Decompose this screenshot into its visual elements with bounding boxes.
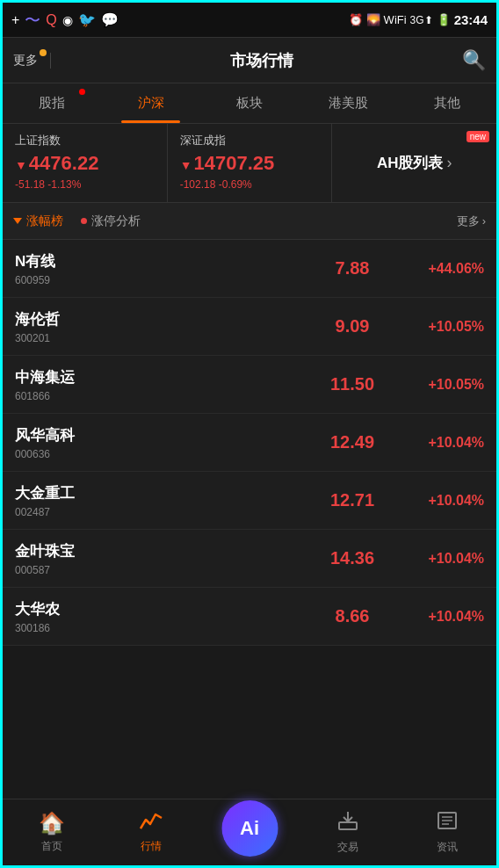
stock-code-1: 300201 (15, 332, 308, 344)
more-button[interactable]: 更多 (13, 53, 51, 69)
tab-qita-label: 其他 (434, 95, 460, 112)
index-change-shenzhen: -102.18 -0.69% (180, 178, 320, 191)
tab-hushen[interactable]: 沪深 (101, 83, 199, 123)
stock-price-4: 12.71 (308, 490, 396, 510)
index-card-shangzheng[interactable]: 上证指数 ▼4476.22 -51.18 -1.13% (3, 124, 168, 202)
notification-dot (40, 49, 47, 56)
stock-row[interactable]: 大华农 300186 8.66 +10.04% (3, 588, 496, 646)
ai-label: Ai (240, 817, 259, 840)
stock-name-0: N有线 (15, 251, 308, 271)
more-link[interactable]: 更多 › (457, 213, 486, 229)
tab-gangmeigu-label: 港美股 (329, 95, 368, 112)
bottom-nav: 🏠 首页 行情 自选 交易 (3, 799, 496, 865)
stock-info-3: 风华高科 000636 (15, 425, 308, 460)
stock-price-1: 9.09 (308, 316, 396, 336)
status-right-icons: ⏰ 🌄 WiFi 3G⬆ 🔋 23:44 (349, 12, 488, 27)
zhangtingfenxi-label: 涨停分析 (91, 213, 141, 229)
index-card-shenzhen[interactable]: 深证成指 ▼14707.25 -102.18 -0.69% (168, 124, 333, 202)
zhangtingfenxi-tab[interactable]: 涨停分析 (81, 213, 141, 229)
stock-change-1: +10.05% (396, 319, 484, 335)
zhangfubang-tab[interactable]: 涨幅榜 (13, 213, 63, 229)
page-title: 市场行情 (61, 50, 462, 71)
nav-news[interactable]: 资讯 (398, 799, 496, 865)
status-left-icons: + 〜 Q ◉ 🐦 💬 (11, 10, 119, 31)
stock-change-6: +10.04% (396, 609, 484, 625)
status-time: 23:44 (454, 12, 488, 27)
nav-home[interactable]: 🏠 首页 (3, 799, 101, 865)
stock-row[interactable]: 大金重工 002487 12.71 +10.04% (3, 472, 496, 530)
mountain-icon: 🌄 (366, 13, 380, 26)
arrow-down-icon2: ▼ (180, 158, 192, 172)
triangle-icon (13, 218, 22, 224)
market-icon (140, 811, 163, 835)
stock-name-6: 大华农 (15, 599, 308, 619)
index-change-shangzheng: -51.18 -1.13% (15, 178, 155, 191)
stock-change-3: +10.04% (396, 435, 484, 451)
ai-circle[interactable]: Ai (221, 800, 278, 857)
stock-info-2: 中海集运 601866 (15, 367, 308, 402)
chevron-right-icon: › (446, 154, 452, 172)
stock-price-3: 12.49 (308, 432, 396, 452)
stock-price-0: 7.88 (308, 258, 396, 278)
home-icon: 🏠 (39, 811, 65, 835)
more-label: 更多 (13, 53, 38, 67)
section-header: 涨幅榜 涨停分析 更多 › (3, 203, 496, 240)
stock-code-2: 601866 (15, 390, 308, 402)
nav-market-label: 行情 (141, 839, 162, 854)
stock-name-3: 风华高科 (15, 425, 308, 445)
dot2-icon (81, 218, 87, 224)
ai-badge[interactable]: Ai (203, 777, 297, 865)
stock-row[interactable]: 海伦哲 300201 9.09 +10.05% (3, 298, 496, 356)
nav-news-label: 资讯 (437, 840, 458, 855)
alarm-icon: ⏰ (349, 13, 363, 26)
index-value-shangzheng: ▼4476.22 (15, 152, 155, 175)
wave-icon: 〜 (25, 10, 40, 31)
new-badge: new (466, 131, 489, 142)
index-name-shangzheng: 上证指数 (15, 133, 155, 148)
signal-icon: 3G⬆ (410, 14, 433, 26)
stock-change-0: +44.06% (396, 261, 484, 277)
q-icon: Q (46, 12, 56, 28)
stock-code-4: 002487 (15, 506, 308, 518)
stock-info-0: N有线 600959 (15, 251, 308, 286)
index-row: 上证指数 ▼4476.22 -51.18 -1.13% 深证成指 ▼14707.… (3, 124, 496, 203)
index-value-shenzhen: ▼14707.25 (180, 152, 320, 175)
stock-row[interactable]: 金叶珠宝 000587 14.36 +10.04% (3, 530, 496, 588)
wifi-icon: WiFi (384, 13, 407, 26)
stock-price-2: 11.50 (308, 374, 396, 394)
news-icon (437, 810, 458, 836)
index-name-shenzhen: 深证成指 (180, 133, 320, 148)
tab-guzhi[interactable]: 股指 (3, 83, 101, 123)
trade-icon (337, 810, 358, 836)
stock-change-4: +10.04% (396, 493, 484, 509)
tab-bankuai[interactable]: 板块 (200, 83, 299, 123)
tab-qita[interactable]: 其他 (398, 83, 496, 123)
stock-row[interactable]: 中海集运 601866 11.50 +10.05% (3, 356, 496, 414)
svg-rect-1 (339, 822, 357, 829)
stock-code-0: 600959 (15, 274, 308, 286)
battery-icon: 🔋 (437, 13, 451, 26)
top-nav: 更多 市场行情 🔍 (3, 38, 496, 83)
bird-icon: 🐦 (78, 11, 96, 28)
stock-info-5: 金叶珠宝 000587 (15, 541, 308, 576)
index-card-ah[interactable]: new AH股列表 › (332, 124, 496, 202)
tab-bankuai-label: 板块 (236, 95, 263, 112)
nav-market[interactable]: 行情 (101, 799, 199, 865)
status-bar: + 〜 Q ◉ 🐦 💬 ⏰ 🌄 WiFi 3G⬆ 🔋 23:44 (3, 3, 496, 38)
stock-list: N有线 600959 7.88 +44.06% 海伦哲 300201 9.09 … (3, 240, 496, 646)
stock-row[interactable]: 风华高科 000636 12.49 +10.04% (3, 414, 496, 472)
nav-trade[interactable]: 交易 (299, 799, 397, 865)
chat-icon: 💬 (101, 11, 119, 28)
tab-row: 股指 沪深 板块 港美股 其他 (3, 83, 496, 124)
search-button[interactable]: 🔍 (462, 49, 486, 72)
stock-name-5: 金叶珠宝 (15, 541, 308, 561)
stock-row[interactable]: N有线 600959 7.88 +44.06% (3, 240, 496, 298)
ah-label: AH股列表 (377, 153, 444, 173)
stock-code-5: 000587 (15, 564, 308, 576)
stock-name-4: 大金重工 (15, 483, 308, 503)
tab-gangmeigu[interactable]: 港美股 (299, 83, 397, 123)
tab-dot (79, 89, 85, 95)
nav-trade-label: 交易 (337, 840, 358, 855)
stock-change-5: +10.04% (396, 551, 484, 567)
stock-change-2: +10.05% (396, 377, 484, 393)
